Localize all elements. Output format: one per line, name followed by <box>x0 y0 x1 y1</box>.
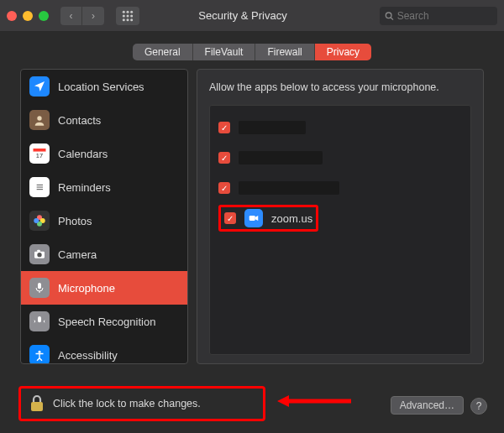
svg-point-8 <box>130 18 133 21</box>
privacy-sidebar: Location ServicesContacts17CalendarsRemi… <box>20 69 188 364</box>
app-row: ✓ <box>210 173 470 203</box>
sidebar-item-label: Reminders <box>58 181 111 194</box>
svg-point-1 <box>126 10 129 13</box>
app-row: ✓zoom.us <box>210 203 470 233</box>
chevron-left-icon: ‹ <box>70 10 73 22</box>
app-checkbox[interactable]: ✓ <box>224 212 236 224</box>
sidebar-item-microphone[interactable]: Microphone <box>21 271 187 305</box>
search-icon <box>385 11 394 21</box>
close-window-button[interactable] <box>7 11 17 21</box>
location-icon <box>29 76 50 97</box>
back-button[interactable]: ‹ <box>60 7 82 25</box>
svg-rect-28 <box>38 316 41 322</box>
sidebar-item-location-services[interactable]: Location Services <box>21 70 187 103</box>
lock-text: Click the lock to make changes. <box>53 398 201 410</box>
svg-text:17: 17 <box>36 152 43 159</box>
svg-point-3 <box>123 14 125 17</box>
chevron-right-icon: › <box>92 10 95 22</box>
lock-to-make-changes[interactable]: Click the lock to make changes. <box>18 386 265 421</box>
app-list: ✓✓✓✓zoom.us <box>209 105 471 355</box>
svg-marker-34 <box>277 395 289 407</box>
search-field[interactable] <box>380 7 497 25</box>
window-title: Security & Privacy <box>144 9 375 22</box>
sidebar-item-contacts[interactable]: Contacts <box>21 103 187 137</box>
sidebar-item-accessibility[interactable]: Accessibility <box>21 338 187 364</box>
sidebar-item-calendars[interactable]: 17Calendars <box>21 137 187 170</box>
sidebar-item-label: Camera <box>58 248 97 261</box>
contacts-icon <box>29 110 50 130</box>
annotation-arrow <box>277 393 353 410</box>
redacted-app-name <box>239 151 323 164</box>
photos-icon <box>29 211 50 231</box>
svg-point-30 <box>39 351 41 353</box>
speech-icon <box>29 311 50 331</box>
app-row: ✓ <box>210 143 470 173</box>
sidebar-item-label: Location Services <box>58 81 144 93</box>
zoom-icon <box>244 209 263 227</box>
search-input[interactable] <box>397 10 492 22</box>
sidebar-item-label: Contacts <box>58 114 101 127</box>
tab-privacy[interactable]: Privacy <box>315 44 371 60</box>
svg-point-2 <box>130 10 133 13</box>
window-controls <box>7 11 49 21</box>
app-name: zoom.us <box>271 212 312 225</box>
svg-rect-26 <box>38 283 41 289</box>
svg-line-10 <box>391 17 393 19</box>
titlebar: ‹ › Security & Privacy <box>0 0 504 32</box>
redacted-app-name <box>239 121 306 134</box>
app-checkbox[interactable]: ✓ <box>218 122 230 133</box>
pane-description: Allow the apps below to access your micr… <box>209 81 471 93</box>
svg-point-0 <box>123 10 125 13</box>
svg-point-22 <box>34 218 39 223</box>
sidebar-item-label: Microphone <box>58 282 115 295</box>
sidebar-item-reminders[interactable]: Reminders <box>21 170 187 204</box>
svg-point-5 <box>130 14 133 17</box>
svg-rect-31 <box>249 216 255 221</box>
tab-firewall[interactable]: Firewall <box>255 44 314 60</box>
nav-buttons: ‹ › <box>60 7 104 25</box>
help-button[interactable]: ? <box>470 398 487 415</box>
sidebar-item-speech-recognition[interactable]: Speech Recognition <box>21 305 187 338</box>
microphone-icon <box>29 278 50 298</box>
sidebar-item-label: Speech Recognition <box>58 316 155 328</box>
redacted-app-name <box>239 181 339 195</box>
svg-point-11 <box>37 116 41 120</box>
svg-rect-25 <box>37 250 39 253</box>
svg-point-4 <box>126 14 129 17</box>
sidebar-item-label: Photos <box>58 215 92 227</box>
accessibility-icon <box>29 345 50 364</box>
sidebar-item-label: Accessibility <box>58 349 118 362</box>
app-row: ✓ <box>210 112 470 143</box>
svg-rect-32 <box>31 402 43 411</box>
app-checkbox[interactable]: ✓ <box>218 152 230 164</box>
svg-rect-12 <box>34 149 46 152</box>
privacy-detail-pane: Allow the apps below to access your micr… <box>197 69 484 364</box>
svg-point-7 <box>126 18 129 21</box>
tab-general[interactable]: General <box>133 44 193 60</box>
tab-filevault[interactable]: FileVault <box>193 44 256 60</box>
forward-button[interactable]: › <box>82 7 104 25</box>
sidebar-item-camera[interactable]: Camera <box>21 237 187 271</box>
tab-bar: GeneralFileVaultFirewallPrivacy <box>0 44 504 60</box>
sidebar-item-photos[interactable]: Photos <box>21 204 187 237</box>
svg-point-9 <box>386 13 391 18</box>
calendar-icon: 17 <box>29 143 50 164</box>
sidebar-item-label: Calendars <box>58 148 108 160</box>
svg-point-24 <box>37 253 41 257</box>
zoom-window-button[interactable] <box>39 11 49 21</box>
show-all-button[interactable] <box>116 7 139 25</box>
app-checkbox[interactable]: ✓ <box>218 182 230 194</box>
advanced-button[interactable]: Advanced… <box>391 396 464 415</box>
lock-icon <box>29 394 45 413</box>
grid-icon <box>122 10 134 22</box>
reminders-icon <box>29 177 50 197</box>
svg-point-6 <box>123 18 125 21</box>
camera-icon <box>29 244 50 264</box>
minimize-window-button[interactable] <box>23 11 33 21</box>
